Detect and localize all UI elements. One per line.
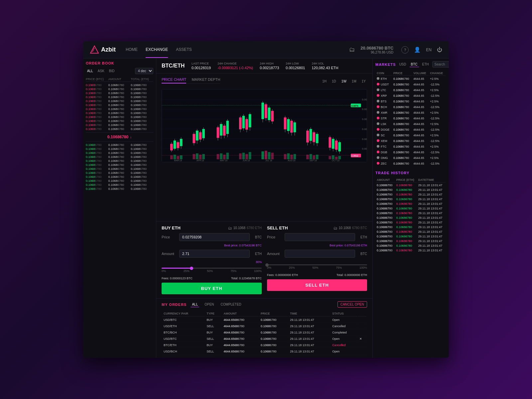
svg-text:JUL'18: JUL'18 bbox=[265, 159, 272, 162]
table-row[interactable]: 0.106867800.106867800.10686780 bbox=[86, 167, 153, 171]
stat-low: 24H LOW 0.00126801 bbox=[286, 62, 305, 70]
decimals-select[interactable]: 4 dec 3 dec 2 dec bbox=[135, 68, 153, 74]
help-icon[interactable]: ? bbox=[401, 46, 409, 54]
logo[interactable]: Azbit bbox=[90, 45, 116, 55]
orders-tab-open[interactable]: OPEN bbox=[203, 302, 215, 307]
svg-rect-109 bbox=[306, 155, 309, 159]
tf-1h[interactable]: 1H bbox=[321, 79, 328, 84]
power-icon[interactable]: ⏻ bbox=[437, 47, 442, 53]
list-item: 0.10686780 0.10686780 29.11.18 13:01:47 bbox=[376, 234, 446, 238]
table-row[interactable]: 0.106867800.106867800.10686780 bbox=[86, 103, 153, 107]
table-row[interactable]: 0.106867800.106867800.10686780 bbox=[86, 99, 153, 103]
sell-slider[interactable]: 0%25%50%75%100% bbox=[267, 264, 367, 269]
sell-price-input[interactable] bbox=[285, 233, 355, 241]
table-row[interactable]: 0.106867800.106867800.10686780 bbox=[86, 147, 153, 151]
coin-name: DOGE bbox=[376, 127, 392, 132]
market-tab-btc[interactable]: BTC bbox=[410, 62, 419, 67]
list-item[interactable]: STR 0.10686780 4644.65 -12.5% bbox=[376, 116, 446, 121]
ob-tab-bid[interactable]: BID bbox=[108, 68, 116, 73]
svg-rect-46 bbox=[239, 117, 242, 129]
table-row[interactable]: 0.106867800.106867800.10686780 bbox=[86, 107, 153, 111]
table-row[interactable]: 0.106867800.106867800.10686780 bbox=[86, 119, 153, 123]
list-item[interactable]: BTS 0.10686780 4644.65 +2.5% bbox=[376, 99, 446, 104]
buy-eth-button[interactable]: BUY ETH bbox=[162, 283, 262, 294]
trade-forms: BUY ETH 🗂 10.10686780 ETH Price BTC Best… bbox=[156, 221, 372, 298]
coin-price: 0.10686780 bbox=[393, 82, 412, 87]
list-item[interactable]: USDT 0.10686780 4644.65 -12.5% bbox=[376, 82, 446, 87]
table-row[interactable]: 0.106867800.106867800.10686780 bbox=[86, 95, 153, 99]
market-tab-usd[interactable]: USD bbox=[398, 62, 407, 67]
svg-rect-101 bbox=[261, 151, 264, 159]
market-search-input[interactable] bbox=[435, 63, 449, 66]
buy-price-input[interactable] bbox=[179, 233, 250, 241]
orders-tab-completed[interactable]: COMPLETED bbox=[219, 302, 243, 307]
table-row[interactable]: 0.106867800.106867800.10686780 bbox=[86, 111, 153, 115]
lang-selector[interactable]: EN bbox=[426, 48, 432, 52]
table-row[interactable]: 0.106867800.106867800.10686780 bbox=[86, 155, 153, 159]
table-row[interactable]: 0.106867800.106867800.10686780 bbox=[86, 183, 153, 187]
coin-change: -12.5% bbox=[429, 150, 446, 155]
table-row[interactable]: 0.106867800.106867800.10686780 bbox=[86, 179, 153, 183]
table-row[interactable]: 0.106867800.106867800.10686780 bbox=[86, 151, 153, 155]
orders-tab-all[interactable]: ALL bbox=[191, 302, 199, 307]
orderbook-header: PRICE (BTC) AMOUNT TOTAL (ETH) bbox=[86, 77, 153, 82]
stat-last-price: LAST PRICE 0.00128319 bbox=[192, 62, 211, 70]
ob-tab-ask[interactable]: ASK bbox=[96, 68, 106, 73]
ob-tab-all[interactable]: ALL bbox=[86, 68, 94, 73]
list-item[interactable]: ZEC 0.10686780 4644.65 -12.5% bbox=[376, 161, 446, 166]
delete-order-btn[interactable]: ✕ bbox=[358, 336, 366, 342]
nav-home[interactable]: HOME bbox=[126, 42, 138, 58]
tab-market-depth[interactable]: MARKET DEPTH bbox=[192, 76, 220, 83]
table-row[interactable]: 0.106867800.106867800.10686780 bbox=[86, 175, 153, 179]
table-row[interactable]: 0.106867800.106867800.10686780 bbox=[86, 83, 153, 87]
svg-rect-30 bbox=[193, 134, 195, 143]
list-item[interactable]: DGB 0.10686780 4644.65 -12.5% bbox=[376, 150, 446, 155]
list-item[interactable]: SC 0.10686780 4644.65 +2.5% bbox=[376, 133, 446, 138]
table-row[interactable]: 0.106867800.106867800.10686780 bbox=[86, 87, 153, 91]
table-row: BTC/ETH BUY 4644.65686780 0.10686780 29.… bbox=[162, 342, 366, 348]
buy-amount-input[interactable] bbox=[179, 250, 250, 258]
list-item[interactable]: XRP 0.10686780 4644.65 -12.5% bbox=[376, 93, 446, 98]
chart-section: PRICE CHART MARKET DEPTH 1H 1D 1W 1M 1Y bbox=[156, 73, 372, 221]
list-item: 0.10686780 0.10686780 29.11.18 13:01:47 bbox=[376, 230, 446, 234]
list-item[interactable]: OMG 0.10686780 4644.65 +2.5% bbox=[376, 156, 446, 161]
th-time: 29.11.18 13:01:47 bbox=[418, 244, 446, 248]
table-row[interactable]: 0.106867800.106867800.10686780 bbox=[86, 159, 153, 163]
list-item[interactable]: XEM 0.10686780 4644.65 -12.5% bbox=[376, 139, 446, 144]
list-item[interactable]: DOGE 0.10686780 4644.65 -12.5% bbox=[376, 127, 446, 132]
table-row[interactable]: 0.106867800.106867800.10686780 bbox=[86, 187, 153, 191]
svg-rect-80 bbox=[332, 139, 334, 149]
tf-1m[interactable]: 1M bbox=[350, 79, 358, 84]
list-item[interactable]: FTC 0.10686780 4644.65 +2.5% bbox=[376, 144, 446, 149]
table-row[interactable]: 0.106867800.106867800.10686780 bbox=[86, 143, 153, 147]
list-item[interactable]: XMR 0.10686780 4644.65 +2.5% bbox=[376, 110, 446, 115]
sell-eth-button[interactable]: SELL ETH bbox=[267, 279, 367, 291]
cancel-open-button[interactable]: CANCEL OPEN bbox=[337, 301, 367, 308]
tab-price-chart[interactable]: PRICE CHART bbox=[162, 76, 186, 83]
list-item[interactable]: LTC 0.10686780 4644.65 +2.5% bbox=[376, 88, 446, 93]
tf-1d[interactable]: 1D bbox=[331, 79, 337, 84]
list-item[interactable]: ETH 0.10686780 4644.65 +2.5% bbox=[376, 76, 446, 81]
table-row[interactable]: 0.106867800.106867800.10686780 bbox=[86, 115, 153, 119]
nav-assets[interactable]: ASSETS bbox=[176, 42, 192, 58]
user-icon[interactable]: 👤 bbox=[414, 47, 421, 53]
list-item[interactable]: BCH 0.10686780 4644.65 -12.5% bbox=[376, 105, 446, 110]
tf-1w[interactable]: 1W bbox=[340, 79, 348, 84]
sell-amount-input[interactable] bbox=[285, 250, 355, 258]
svg-rect-115 bbox=[335, 157, 338, 159]
table-row[interactable]: 0.106867800.106867800.10686780 bbox=[86, 163, 153, 167]
coin-volume: 4644.65 bbox=[413, 116, 429, 121]
buy-slider[interactable]: 0%25%50%75%100% bbox=[162, 268, 262, 273]
table-row[interactable]: 0.106867800.106867800.10686780 bbox=[86, 123, 153, 127]
tf-1y[interactable]: 1Y bbox=[360, 79, 367, 84]
markets-header: MARKETS USD BTC ETH 🔍 bbox=[375, 61, 446, 67]
nav-exchange[interactable]: EXCHANGE bbox=[146, 42, 168, 58]
main-layout: ORDER BOOK ALL ASK BID 4 dec 3 dec 2 dec… bbox=[83, 59, 449, 358]
table-row[interactable]: 0.106867800.106867800.10686780 bbox=[86, 127, 153, 131]
table-row[interactable]: 0.106867800.106867800.10686780 bbox=[86, 171, 153, 175]
markets-table: COIN PRICE VOLUME CHANGE ETH 0.10686780 … bbox=[375, 70, 446, 167]
table-row[interactable]: 0.106867800.106867800.10686780 bbox=[86, 91, 153, 95]
list-item[interactable]: LSK 0.10686780 4644.65 +2.5% bbox=[376, 122, 446, 127]
col-amount: AMOUNT bbox=[108, 77, 131, 81]
market-tab-eth[interactable]: ETH bbox=[421, 62, 430, 67]
